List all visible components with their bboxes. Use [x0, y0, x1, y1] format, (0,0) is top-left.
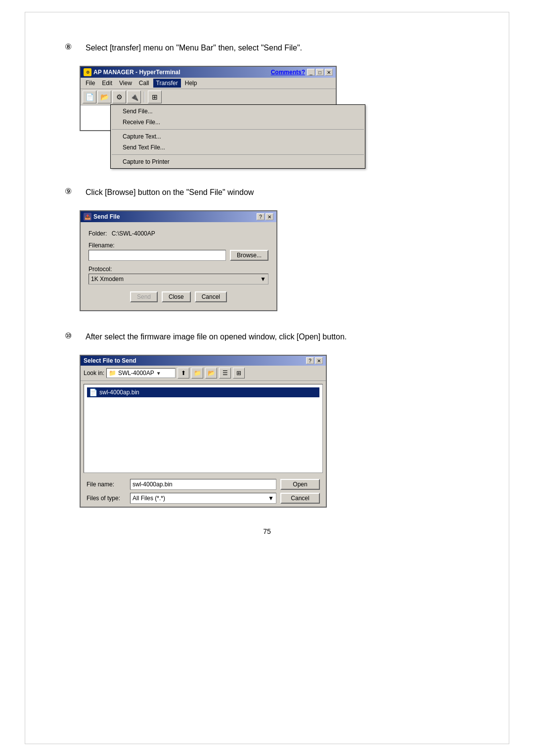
toolbar-open[interactable]: 📂 [97, 91, 111, 103]
toolbar-grid[interactable]: ⊞ [148, 91, 162, 103]
hyper-menubar: File Edit View Call Transfer Help [81, 78, 336, 89]
send-file-title: Send File [93, 213, 120, 220]
transfer-dropdown: Send File... Receive File... Capture Tex… [110, 104, 365, 169]
select-file-help-btn[interactable]: ? [306, 357, 314, 364]
folder-icon: 📁 [109, 370, 116, 377]
sf-filetype-label: Files of type: [87, 495, 126, 502]
browse-button[interactable]: Browse... [230, 250, 268, 261]
page-number: 75 [65, 527, 469, 535]
select-file-close-btn[interactable]: ✕ [315, 357, 323, 364]
filename-label: Filename: [89, 242, 268, 249]
sf-folder-open-btn[interactable]: 📂 [205, 368, 217, 378]
step8-text: Select [transfer] menu on "Menu Bar" the… [86, 42, 302, 54]
send-file-buttons: Send Close Cancel [89, 291, 268, 302]
lookin-select[interactable]: 📁 SWL-4000AP ▼ [106, 368, 176, 378]
sf-new-folder-btn[interactable]: 📁 [191, 368, 203, 378]
step9-text: Click [Browse] button on the "Send File"… [86, 187, 254, 198]
dropdown-send-text-file[interactable]: Send Text File... [111, 142, 365, 153]
close-dialog-button[interactable]: Close [162, 291, 191, 302]
minimize-button[interactable]: _ [307, 69, 315, 76]
comments-link[interactable]: Comments? [271, 69, 305, 76]
sf-filename-label: File name: [87, 481, 126, 488]
toolbar-new[interactable]: 📄 [83, 91, 96, 103]
dropdown-capture-printer[interactable]: Capture to Printer [111, 156, 365, 167]
toolbar-separator [144, 92, 145, 102]
sf-detail-view-btn[interactable]: ⊞ [233, 368, 245, 378]
send-file-help-btn[interactable]: ? [257, 213, 265, 220]
step8-line: ⑧ Select [transfer] menu on "Menu Bar" t… [65, 42, 469, 54]
hyper-icon: ⚙ [84, 68, 91, 76]
select-file-title: Select File to Send [84, 357, 136, 364]
filename-input[interactable] [89, 250, 226, 261]
menu-edit[interactable]: Edit [99, 79, 115, 88]
sf-filename-input[interactable] [130, 479, 276, 490]
sf-list-view-btn[interactable]: ☰ [219, 368, 231, 378]
lookin-arrow: ▼ [156, 371, 161, 376]
toolbar-disconnect[interactable]: 🔌 [127, 91, 141, 103]
step9-line: ⑨ Click [Browse] button on the "Send Fil… [65, 187, 469, 198]
send-file-window: 📤 Send File ? ✕ Folder: C:\SWL-4000AP [80, 210, 277, 311]
dropdown-sep2 [112, 154, 364, 155]
send-file-close-btn[interactable]: ✕ [266, 213, 273, 220]
sf-filetype-value: All Files (*.*) [133, 495, 165, 502]
titlebar-left: ⚙ AP MANAGER - HyperTerminal [84, 68, 180, 76]
step8-section: ⑧ Select [transfer] menu on "Menu Bar" t… [65, 42, 469, 167]
select-file-container: Select File to Send ? ✕ Look in: 📁 SWL-4… [80, 355, 469, 508]
filename-input-row: Browse... [89, 250, 268, 261]
send-file-titlebar: 📤 Send File ? ✕ [81, 211, 276, 222]
sf-cancel-button[interactable]: Cancel [280, 493, 320, 504]
menu-file[interactable]: File [83, 79, 98, 88]
send-file-container: 📤 Send File ? ✕ Folder: C:\SWL-4000AP [80, 210, 469, 311]
select-file-titlebar: Select File to Send ? ✕ [81, 356, 326, 366]
page: ⑧ Select [transfer] menu on "Menu Bar" t… [25, 12, 509, 744]
step8-num: ⑧ [65, 42, 80, 51]
select-file-window: Select File to Send ? ✕ Look in: 📁 SWL-4… [80, 355, 327, 508]
protocol-label: Protocol: [89, 266, 268, 273]
dropdown-receive-file[interactable]: Receive File... [111, 117, 365, 128]
menu-help[interactable]: Help [182, 79, 200, 88]
select-file-btns: ? ✕ [306, 357, 323, 364]
sf-back-btn[interactable]: ⬆ [178, 368, 189, 378]
protocol-arrow: ▼ [260, 276, 266, 283]
hyper-terminal-container: ⚙ AP MANAGER - HyperTerminal Comments? _… [80, 66, 469, 167]
toolbar-properties[interactable]: ⚙ [112, 91, 126, 103]
file-item-swl4000[interactable]: 📄 swl-4000ap.bin [87, 387, 319, 397]
protocol-value: 1K Xmodem [91, 276, 124, 283]
step9-section: ⑨ Click [Browse] button on the "Send Fil… [65, 187, 469, 311]
sf-file-area: 📄 swl-4000ap.bin [84, 384, 323, 473]
folder-label: Folder: C:\SWL-4000AP [89, 230, 268, 237]
sf-open-button[interactable]: Open [280, 479, 320, 490]
dropdown-sep1 [112, 129, 364, 130]
hyper-toolbar: 📄 📂 ⚙ 🔌 ⊞ [81, 89, 336, 105]
menu-transfer[interactable]: Transfer [153, 79, 181, 88]
folder-field: Folder: C:\SWL-4000AP [89, 230, 268, 237]
filename-row: File name: Open [87, 479, 320, 490]
maximize-button[interactable]: □ [316, 69, 324, 76]
hyper-title: AP MANAGER - HyperTerminal [93, 69, 180, 76]
step10-num: ⑩ [65, 331, 80, 340]
lookin-value: SWL-4000AP [118, 370, 154, 377]
protocol-field: Protocol: 1K Xmodem ▼ [89, 266, 268, 284]
dropdown-send-file[interactable]: Send File... [111, 106, 365, 117]
step10-line: ⑩ After select the firmware image file o… [65, 331, 469, 343]
hyper-terminal-window: ⚙ AP MANAGER - HyperTerminal Comments? _… [80, 66, 337, 131]
file-name: swl-4000ap.bin [99, 389, 139, 396]
step10-section: ⑩ After select the firmware image file o… [65, 331, 469, 508]
sf-filetype-select[interactable]: All Files (*.*) ▼ [130, 493, 276, 504]
sf-bottom: File name: Open Files of type: All Files… [81, 476, 326, 507]
cancel-dialog-button[interactable]: Cancel [195, 291, 227, 302]
menu-call[interactable]: Call [136, 79, 152, 88]
step10-text: After select the firmware image file on … [86, 331, 347, 343]
file-icon: 📄 [89, 388, 97, 396]
send-file-icon: 📤 [84, 213, 91, 221]
filename-field: Filename: Browse... [89, 242, 268, 261]
send-file-btns: ? ✕ [257, 213, 273, 220]
window-buttons: _ □ ✕ [307, 69, 333, 76]
dropdown-capture-text[interactable]: Capture Text... [111, 131, 365, 142]
menu-view[interactable]: View [116, 79, 135, 88]
filetype-row: Files of type: All Files (*.*) ▼ Cancel [87, 493, 320, 504]
sf-filetype-arrow: ▼ [268, 495, 274, 502]
close-button[interactable]: ✕ [325, 69, 333, 76]
step9-num: ⑨ [65, 187, 80, 196]
send-button[interactable]: Send [130, 291, 158, 302]
